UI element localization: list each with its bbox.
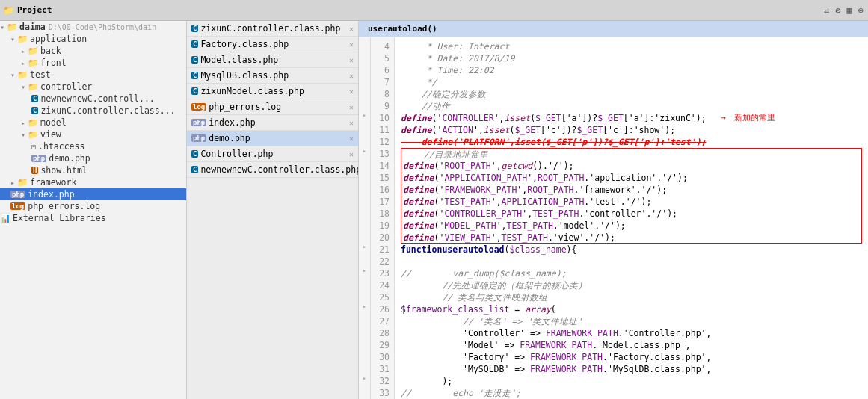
editor-tab[interactable]: userautoload()	[359, 21, 868, 37]
const-span: TEST_PATH	[507, 220, 553, 232]
close-file-button[interactable]: ✕	[349, 87, 354, 96]
tree-item-framework[interactable]: ▸📁framework	[0, 176, 186, 188]
tree-item-show_html[interactable]: Hshow.html	[0, 164, 186, 176]
tree-item-view[interactable]: ▾📁view	[0, 129, 186, 140]
close-file-button[interactable]: ✕	[349, 103, 354, 111]
comment-span: */	[401, 76, 437, 88]
comment-span: // 类名与类文件映射数组	[401, 291, 547, 303]
open-file-item[interactable]: CzixunModel.class.php✕	[187, 84, 358, 99]
define-kw: define	[401, 112, 432, 124]
line-number: 4	[375, 40, 390, 52]
fold-icon[interactable]: ▸	[363, 374, 366, 382]
var-span: $_GET	[597, 112, 624, 124]
line-number: 9	[375, 100, 390, 112]
php-icon: php	[191, 134, 206, 142]
fold-icon[interactable]: ▸	[363, 267, 366, 274]
open-file-item[interactable]: phpdemo.php✕	[187, 131, 358, 146]
tree-item-label: controller	[40, 81, 92, 92]
close-file-button[interactable]: ✕	[349, 119, 354, 127]
toolbar-sync-icon[interactable]: ⇄	[822, 4, 831, 17]
toolbar: 📁 Project ⇄ ⚙ ▦ ⊕	[0, 0, 868, 21]
toolbar-more-icon[interactable]: ⊕	[857, 4, 865, 17]
gutter-line	[359, 49, 370, 61]
c-icon: C	[191, 56, 198, 64]
code-line: define('VIEW_PATH',TEST_PATH.'view'.'/')…	[401, 232, 862, 244]
tree-item-index_php[interactable]: phpindex.php	[0, 188, 186, 200]
folder-expand-icon: ▾	[10, 35, 15, 43]
define-kw: define	[403, 220, 434, 232]
tree-item-label: view	[40, 129, 61, 140]
code-line: //目录地址常里	[401, 148, 862, 160]
tree-item-htaccess[interactable]: ⊟.htaccess	[0, 140, 186, 152]
close-file-button[interactable]: ✕	[349, 25, 354, 33]
close-file-button[interactable]: ✕	[349, 40, 354, 49]
gutter-line	[359, 181, 370, 193]
gutter-line: ▸	[359, 300, 370, 312]
tree-item-front[interactable]: ▸📁front	[0, 57, 186, 69]
define-kw: define	[401, 124, 432, 136]
tree-item-newnewnewC[interactable]: CnewnewnewC.controll...	[0, 93, 186, 105]
code-line: // var_dump($class_name);	[401, 267, 862, 279]
gutter-line	[359, 324, 370, 336]
define-kw: define	[403, 232, 434, 244]
tree-item-ext_libs[interactable]: 📊External Libraries	[0, 212, 186, 224]
comment-span: //目录地址常里	[403, 149, 488, 161]
close-file-button[interactable]: ✕	[349, 56, 354, 64]
open-file-item[interactable]: logphp_errors.log✕	[187, 99, 358, 115]
tree-item-zixunC[interactable]: CzixunC.controller.class...	[0, 105, 186, 117]
open-file-item[interactable]: CzixunC.controller.class.php✕	[187, 21, 358, 37]
fold-icon[interactable]: ▸	[363, 147, 366, 155]
toolbar-settings-icon[interactable]: ⚙	[834, 4, 842, 17]
gutter-line	[359, 193, 370, 205]
gutter-line	[359, 85, 370, 97]
comment-span: //确定分发参数	[401, 88, 486, 100]
open-files-panel: CzixunC.controller.class.php✕CFactory.cl…	[187, 21, 359, 399]
gutter-line	[359, 121, 370, 133]
line-numbers: 4567891011121314151617181920212223242526…	[371, 37, 395, 399]
fold-icon[interactable]: ▸	[363, 303, 366, 310]
builtin-span: isset	[505, 112, 531, 124]
toolbar-grid-icon[interactable]: ▦	[846, 4, 854, 17]
log-icon: log	[191, 103, 206, 111]
php-file-icon: php	[31, 155, 46, 162]
code-area[interactable]: * User: Interact * Date: 2017/8/19 * Tim…	[395, 37, 868, 399]
tree-item-label: demo.php	[49, 153, 90, 164]
const-span: ROOT_PATH	[538, 172, 584, 184]
gutter-line: ▸	[359, 145, 370, 157]
open-file-item[interactable]: CController.php✕	[187, 146, 358, 162]
close-file-button[interactable]: ✕	[349, 134, 354, 143]
const-span: _GET	[520, 125, 541, 135]
close-file-button[interactable]: ✕	[349, 72, 354, 80]
comment-span: * Time: 22:02	[401, 64, 494, 76]
tree-item-daima[interactable]: ▾📁daimaD:\00-Code\PhpStorm\dain	[0, 21, 186, 33]
gutter-line	[359, 217, 370, 229]
tree-item-php_errors[interactable]: logphp_errors.log	[0, 200, 186, 212]
open-file-item[interactable]: CModel.class.php✕	[187, 52, 358, 68]
open-file-item[interactable]: CnewnewnewC.controller.class.php✕	[187, 162, 358, 178]
gutter-line: ▸	[359, 109, 370, 121]
code-line: 'Factory' => FRAMEWORK_PATH.'Factory.cla…	[401, 351, 862, 363]
open-file-item[interactable]: phpindex.php✕	[187, 115, 358, 131]
tree-item-controller[interactable]: ▾📁controller	[0, 81, 186, 93]
line-number: 17	[375, 196, 390, 208]
close-file-button[interactable]: ✕	[349, 150, 354, 158]
open-file-item[interactable]: CMysqlDB.class.php✕	[187, 68, 358, 84]
tree-item-back[interactable]: ▸📁back	[0, 45, 186, 57]
code-line: $framework_class_list = array(	[401, 303, 862, 315]
line-number: 5	[375, 52, 390, 64]
define-kw: define	[403, 196, 434, 208]
line-number: 26	[375, 303, 390, 315]
code-line: // 类名与类文件映射数组	[401, 291, 862, 303]
tree-item-test[interactable]: ▾📁test	[0, 69, 186, 81]
tree-item-demo_php[interactable]: phpdemo.php	[0, 152, 186, 164]
const-span: CONTROLLER_PATH	[444, 208, 522, 220]
log-file-icon: log	[10, 202, 25, 210]
tree-item-application[interactable]: ▾📁application	[0, 33, 186, 45]
fold-icon[interactable]: ▸	[363, 243, 366, 250]
function-kw: function	[401, 244, 442, 256]
fold-icon[interactable]: ▸	[363, 111, 366, 119]
open-file-item[interactable]: CFactory.class.php✕	[187, 37, 358, 52]
tree-item-model[interactable]: ▸📁model	[0, 117, 186, 129]
const-span: VIEW_PATH	[444, 232, 490, 244]
folder-expand-icon: ▸	[10, 179, 15, 187]
